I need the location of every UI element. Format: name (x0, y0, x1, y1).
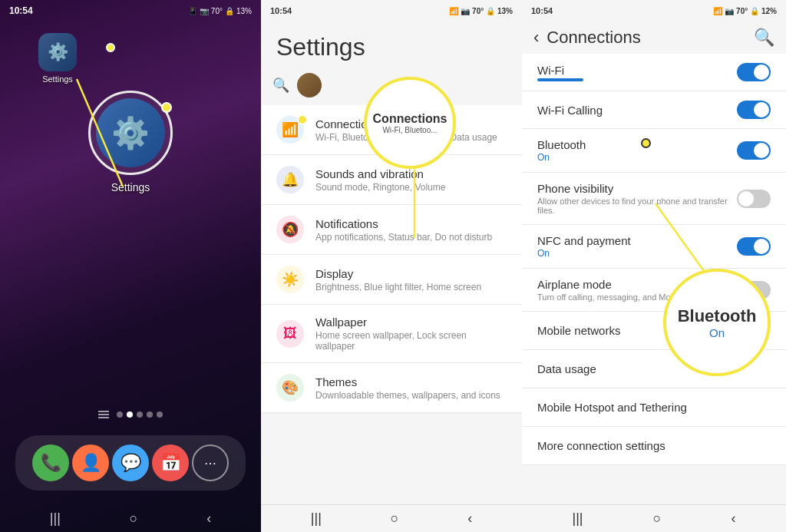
list-item-themes[interactable]: 🎨 Themes Downloadable themes, wallpapers… (261, 363, 522, 413)
status-bar-conn: 10:54 📶 📷 70° 🔒 12% (522, 0, 786, 21)
list-item-notifications[interactable]: 🔕 Notifications App notifications, Statu… (261, 205, 522, 255)
dot4 (147, 411, 153, 418)
nfc-item[interactable]: NFC and payment On (522, 225, 786, 269)
themes-text: Themes Downloadable themes, wallpapers, … (315, 375, 500, 401)
nav-recent-settings[interactable]: ||| (311, 511, 322, 527)
list-item-display[interactable]: ☀️ Display Brightness, Blue light filter… (261, 255, 522, 305)
dock-calendar[interactable]: 📅 (152, 444, 189, 481)
wifi-calling-toggle[interactable] (737, 101, 771, 119)
wifi-toggle[interactable] (737, 63, 771, 81)
nav-bar-settings-inner: ||| ○ ‹ (261, 504, 522, 532)
nav-recent-conn[interactable]: ||| (573, 511, 583, 527)
themes-subtitle: Downloadable themes, wallpapers, and ico… (315, 390, 500, 401)
bluetooth-title: Bluetooth (537, 138, 586, 151)
more-conn-item[interactable]: More connection settings (522, 427, 786, 465)
settings-circle[interactable]: ⚙️ Settings (88, 91, 173, 193)
nav-bar-home: ||| ○ ‹ (0, 504, 261, 532)
nav-back-settings[interactable]: ‹ (467, 511, 472, 527)
page-indicator-row (98, 411, 163, 428)
nfc-toggle[interactable] (737, 237, 771, 256)
panel-settings: 10:54 📶 📷 70° 🔒 13% Connections Wi-Fi, B… (261, 0, 522, 532)
wifi-title: Wi-Fi (537, 64, 583, 77)
bt-callout-on: On (709, 326, 725, 339)
dot2-active (127, 411, 133, 418)
nfc-title: NFC and payment (537, 234, 631, 247)
status-icons-conn: 📶 📷 70° 🔒 12% (713, 7, 777, 15)
bluetooth-status: On (537, 152, 586, 163)
nfc-left: NFC and payment On (537, 234, 631, 259)
back-button-conn[interactable]: ‹ (533, 28, 539, 48)
sounds-text: Sounds and vibration Sound mode, Rington… (315, 167, 445, 193)
dock-apps[interactable]: ⋯ (192, 444, 229, 481)
dock-contacts[interactable]: 👤 (72, 444, 109, 481)
connections-callout: Connections Wi-Fi, Bluetoo... (364, 77, 456, 169)
home-content: ⚙️ Settings ⚙️ Settings (0, 21, 261, 504)
wallpaper-text: Wallpaper Home screen wallpaper, Lock sc… (315, 316, 507, 352)
wifi-calling-item[interactable]: Wi-Fi Calling (522, 91, 786, 129)
wifi-calling-left: Wi-Fi Calling (537, 104, 603, 117)
connections-icon-wrapper: 📶 (276, 116, 304, 144)
panel-home: 10:54 📱 📷 70° 🔒 13% ⚙️ Settings ⚙️ Setti… (0, 0, 261, 532)
notifications-text: Notifications App notifications, Status … (315, 217, 492, 243)
search-button-conn[interactable]: 🔍 (754, 28, 774, 48)
settings-app-shortcut[interactable]: ⚙️ Settings (38, 33, 77, 84)
status-icons-settings: 📶 📷 70° 🔒 13% (449, 7, 513, 15)
wallpaper-icon: 🖼 (276, 320, 304, 348)
hotspot-item[interactable]: Mobile Hotspot and Tethering (522, 388, 786, 427)
wallpaper-title: Wallpaper (315, 316, 507, 329)
nav-back-conn[interactable]: ‹ (731, 511, 735, 527)
connections-yellow-dot (297, 114, 308, 125)
themes-icon: 🎨 (276, 374, 304, 401)
search-icon-settings[interactable]: 🔍 (272, 77, 289, 94)
dot1 (117, 411, 123, 418)
nav-home-settings[interactable]: ○ (391, 511, 399, 527)
menu-lines (98, 411, 109, 418)
wifi-signal-bar (537, 78, 583, 81)
dot5 (157, 411, 163, 418)
wallpaper-subtitle: Home screen wallpaper, Lock screen wallp… (315, 330, 507, 352)
nav-back-home[interactable]: ‹ (206, 511, 211, 527)
bluetooth-item[interactable]: Bluetooth On (522, 129, 786, 173)
circle-outline: ⚙️ (88, 91, 173, 175)
nav-bar-conn: ||| ○ ‹ (522, 504, 786, 532)
phone-visibility-item[interactable]: Phone visibility Allow other devices to … (522, 173, 786, 225)
status-bar-home: 10:54 📱 📷 70° 🔒 13% (0, 0, 261, 21)
phone-visibility-toggle[interactable] (737, 190, 771, 208)
display-text: Display Brightness, Blue light filter, H… (315, 267, 481, 292)
dock-messages[interactable]: 💬 (112, 444, 149, 481)
bluetooth-item-left: Bluetooth On (537, 138, 586, 163)
bluetooth-yellow-dot (641, 138, 651, 148)
more-conn-title: More connection settings (537, 439, 665, 452)
connections-list: Wi-Fi Wi-Fi Calling Bluetooth On P (522, 54, 786, 504)
callout-sub: Wi-Fi, Bluetoo... (382, 126, 437, 134)
display-icon: ☀️ (276, 266, 304, 293)
phone-visibility-desc: Allow other devices to find your phone a… (537, 197, 737, 215)
themes-title: Themes (315, 375, 500, 388)
bluetooth-toggle[interactable] (737, 141, 771, 160)
sounds-title: Sounds and vibration (315, 167, 445, 180)
settings-label-large: Settings (111, 181, 150, 193)
bt-callout-title: Bluetooth (678, 306, 757, 326)
display-title: Display (315, 267, 481, 280)
hotspot-title: Mobile Hotspot and Tethering (537, 401, 687, 414)
notifications-subtitle: App notifications, Status bar, Do not di… (315, 232, 492, 243)
time-conn: 10:54 (531, 6, 553, 15)
dock-phone[interactable]: 📞 (32, 444, 69, 481)
list-item-wallpaper[interactable]: 🖼 Wallpaper Home screen wallpaper, Lock … (261, 305, 522, 363)
wifi-item[interactable]: Wi-Fi (522, 54, 786, 91)
connections-header-left: ‹ Connections (533, 28, 641, 48)
settings-label-small: Settings (42, 74, 73, 84)
nav-recent-home[interactable]: ||| (50, 511, 61, 527)
wifi-item-left: Wi-Fi (537, 64, 583, 81)
phone-visibility-title: Phone visibility (537, 182, 737, 195)
settings-large-icon: ⚙️ (96, 98, 165, 167)
user-avatar[interactable] (297, 73, 322, 97)
home-dots (98, 411, 163, 418)
notifications-icon: 🔕 (276, 216, 304, 243)
yellow-dot-circle (161, 102, 172, 113)
bluetooth-callout: Bluetooth On (663, 269, 771, 376)
nav-home-conn[interactable]: ○ (653, 511, 662, 527)
mobile-networks-title: Mobile networks (537, 324, 620, 337)
phone-visibility-left: Phone visibility Allow other devices to … (537, 182, 737, 215)
nav-home-home[interactable]: ○ (130, 511, 138, 527)
